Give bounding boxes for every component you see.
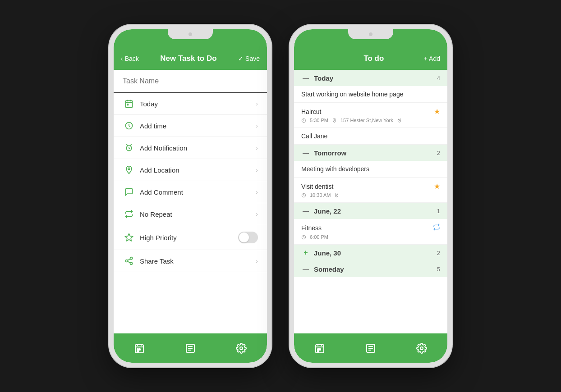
add-label: + Add [424,55,440,62]
svg-line-36 [337,193,338,194]
notch-dot-right [369,32,372,36]
task-meeting[interactable]: Meeting with developers [294,161,447,178]
svg-rect-20 [137,349,138,350]
share-icon [123,256,135,265]
add-comment-arrow: › [256,188,258,196]
add-time-label: Add time [140,122,256,130]
fitness-repeat-icon [433,223,440,232]
task-fitness-title: Fitness [301,224,322,232]
svg-rect-0 [126,100,133,107]
todo-title: To do [363,54,384,63]
svg-line-7 [126,145,128,146]
footer-gear-icon[interactable] [236,343,247,354]
svg-point-13 [130,262,133,264]
haircut-meta: 5:30 PM 157 Hester St,New York [301,118,440,123]
tomorrow-count: 2 [437,150,440,156]
june22-section-title: June, 22 [314,207,437,215]
menu-item-no-repeat[interactable]: No Repeat › [114,203,267,225]
june22-count: 1 [437,208,440,214]
menu-item-high-priority[interactable]: High Priority [114,225,267,250]
toggle-knob [239,232,249,242]
someday-minus-icon: — [301,264,310,273]
add-comment-label: Add Comment [140,188,256,196]
left-phone-header: ‹ Back New Task to Do ✓ Save [114,47,267,70]
back-label: Back [125,55,139,62]
svg-line-32 [400,119,401,119]
repeat-icon [123,210,135,219]
task-fitness[interactable]: Fitness 6:00 PM [294,219,447,245]
june30-section-title: June, 30 [314,249,437,257]
high-priority-label: High Priority [140,234,238,242]
svg-rect-22 [137,351,138,352]
clock-icon [123,121,135,130]
june22-minus-icon: — [301,206,310,215]
left-phone-top-bar [114,29,267,47]
haircut-location: 157 Hester St,New York [340,118,393,123]
task-visit-dentist[interactable]: Visit dentist ★ 10:30 AM [294,178,447,203]
tomorrow-minus-icon: — [301,148,310,157]
right-footer-list-icon[interactable] [365,343,376,354]
dentist-time: 10:30 AM [310,192,331,198]
right-phone-content: — Today 4 Start working on website home … [294,70,447,333]
task-fitness-row: Fitness [301,223,440,232]
save-button[interactable]: ✓ Save [238,55,260,62]
dentist-star-icon: ★ [434,182,440,191]
today-minus-icon: — [301,73,310,82]
today-label: Today [140,100,256,108]
section-june30-header[interactable]: + June, 30 2 [294,245,447,261]
menu-item-add-time[interactable]: Add time › [114,115,267,137]
footer-list-icon[interactable] [185,343,196,354]
menu-item-today[interactable]: Today › [114,93,267,115]
share-task-arrow: › [256,257,258,264]
section-june22-header[interactable]: — June, 22 1 [294,203,447,219]
menu-item-add-location[interactable]: Add Location › [114,159,267,181]
section-today-header[interactable]: — Today 4 [294,70,447,86]
section-tomorrow-header[interactable]: — Tomorrow 2 [294,145,447,161]
back-button[interactable]: ‹ Back [121,55,139,62]
menu-item-share-task[interactable]: Share Task › [114,250,267,272]
add-button[interactable]: + Add [424,55,440,62]
high-priority-toggle[interactable] [238,232,258,243]
svg-line-31 [398,119,399,119]
svg-point-12 [126,260,128,262]
left-phone: ‹ Back New Task to Do ✓ Save [109,25,271,367]
menu-item-add-notification[interactable]: Add Notification › [114,137,267,159]
svg-line-35 [336,193,336,194]
calendar-icon [123,99,135,108]
back-chevron-icon: ‹ [121,55,123,62]
task-call-jane[interactable]: Call Jane [294,128,447,145]
footer-calendar-icon[interactable] [134,343,145,354]
svg-rect-42 [317,349,319,350]
right-footer-gear-icon[interactable] [416,343,427,354]
today-count: 4 [437,75,440,82]
location-icon [123,165,135,174]
right-phone-footer [294,333,447,363]
checkmark-icon: ✓ [238,55,244,62]
svg-rect-43 [319,349,321,350]
right-footer-calendar-icon[interactable] [314,343,325,354]
right-phone-top-bar [294,29,447,47]
task-haircut-row: Haircut ★ [301,107,440,116]
task-dentist-title: Visit dentist [301,183,333,190]
task-haircut[interactable]: Haircut ★ 5:30 PM 157 Hester St,New York [294,103,447,128]
june30-count: 2 [437,250,440,256]
task-start-working-title: Start working on website home page [301,91,440,98]
task-meeting-title: Meeting with developers [301,165,440,173]
section-someday-header[interactable]: — Someday 5 [294,261,447,277]
svg-point-29 [334,119,335,120]
fitness-meta: 6:00 PM [301,234,440,240]
comment-icon [123,187,135,196]
add-location-label: Add Location [140,166,256,174]
tomorrow-section-title: Tomorrow [314,149,437,157]
haircut-star-icon: ★ [434,107,440,116]
left-phone-content: Today › Add time › [114,70,267,333]
notch-dot [189,32,192,36]
svg-point-27 [240,347,243,350]
svg-point-11 [130,257,133,260]
svg-rect-4 [127,104,129,105]
task-name-field[interactable] [114,70,267,93]
menu-item-add-comment[interactable]: Add Comment › [114,181,267,203]
task-start-working[interactable]: Start working on website home page [294,86,447,103]
task-haircut-title: Haircut [301,108,321,115]
task-name-input[interactable] [123,77,258,85]
